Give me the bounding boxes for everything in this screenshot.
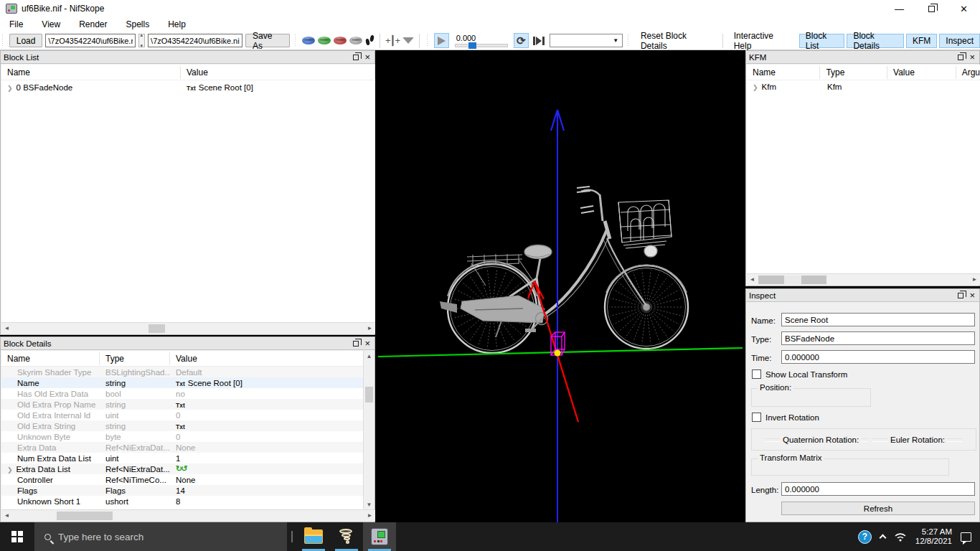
tray-expand-chevron-icon[interactable] [879, 534, 886, 542]
save-as-button[interactable]: Save As [245, 34, 290, 47]
kfm-hscrollbar[interactable]: ◄ ► [747, 273, 980, 285]
taskbar-archive-app[interactable] [330, 522, 363, 551]
walk-mode-icon[interactable] [365, 35, 374, 47]
toggle-inspect[interactable]: Inspect [939, 34, 980, 48]
block-details-title-bar[interactable]: Block Details × [1, 337, 374, 350]
column-header[interactable]: Value [887, 66, 956, 79]
dropdown-arrow-icon[interactable] [402, 37, 414, 44]
table-row[interactable]: Unknown Bytebyte0 [1, 431, 364, 442]
taskbar-file-explorer[interactable] [297, 522, 330, 551]
time-field[interactable] [781, 350, 975, 364]
notification-center-icon[interactable] [961, 532, 971, 542]
table-row[interactable]: ❯Extra Data ListRef<NiExtraDat...↻↺ [1, 463, 364, 474]
play-to-end-button[interactable] [532, 33, 547, 48]
menu-render[interactable]: Render [70, 18, 116, 31]
block-details-vscrollbar[interactable]: ▲ ▼ [363, 351, 374, 510]
menu-view[interactable]: View [32, 18, 70, 31]
invert-rotation-checkbox[interactable]: Invert Rotation [752, 413, 819, 422]
block-list-header[interactable]: Name Value [1, 65, 375, 80]
block-list-title-bar[interactable]: Block List × [1, 51, 374, 64]
float-panel-icon[interactable] [353, 55, 359, 60]
menu-file[interactable]: File [0, 18, 32, 31]
menu-help[interactable]: Help [159, 18, 195, 31]
taskbar-search[interactable]: Type here to search [34, 522, 287, 551]
taskbar-nifskope[interactable] [363, 522, 396, 551]
inspect-title-bar[interactable]: Inspect × [746, 289, 979, 302]
column-header[interactable]: Name [1, 66, 181, 79]
toolbar-grip[interactable] [426, 34, 430, 47]
wifi-icon[interactable] [894, 532, 907, 542]
close-panel-icon[interactable]: × [969, 292, 975, 299]
table-row[interactable]: Extra DataRef<NiExtraDat...None [1, 442, 364, 453]
column-header[interactable]: Value [170, 352, 364, 365]
length-field[interactable] [781, 482, 975, 496]
view-toggle-gray-icon[interactable] [349, 37, 362, 44]
close-panel-icon[interactable]: × [364, 340, 370, 347]
interactive-help-button[interactable]: Interactive Help [728, 34, 796, 48]
table-row[interactable]: ControllerRef<NiTimeCo...None [1, 474, 364, 485]
animation-slider[interactable] [455, 44, 508, 47]
column-header[interactable]: Value [181, 66, 375, 79]
column-header[interactable]: Type [100, 352, 170, 365]
float-panel-icon[interactable] [353, 341, 359, 347]
play-button[interactable] [434, 33, 449, 48]
toggle-kfm[interactable]: KFM [906, 34, 937, 48]
toolbar-grip[interactable] [294, 34, 298, 47]
float-panel-icon[interactable] [958, 293, 963, 298]
table-row[interactable]: ❯0 BSFadeNodeTxtScene Root [0] [1, 80, 375, 95]
dest-path-field[interactable] [148, 34, 242, 47]
table-row[interactable]: Has Old Extra Databoolno [1, 388, 364, 399]
float-panel-icon[interactable] [958, 55, 963, 60]
column-header[interactable]: Type [820, 66, 887, 79]
reset-block-details-button[interactable]: Reset Block Details [635, 34, 717, 48]
show-local-transform-checkbox[interactable]: Show Local Transform [752, 369, 847, 379]
close-button[interactable]: ✕ [948, 0, 980, 17]
path-swap-spinner[interactable] [138, 34, 145, 47]
view-toggle-red-icon[interactable] [334, 37, 347, 44]
table-row[interactable]: Old Extra Prop NamestringTxt [1, 399, 364, 410]
view-toggle-green-icon[interactable] [318, 37, 331, 44]
checkbox-box[interactable] [752, 369, 761, 379]
table-row[interactable]: Skyrim Shader TypeBSLightingShad...Defau… [1, 367, 364, 377]
table-row[interactable]: FlagsFlags14 [1, 485, 364, 496]
toggle-block-list[interactable]: Block List [799, 34, 845, 48]
close-panel-icon[interactable]: × [969, 54, 975, 61]
column-header[interactable]: Name [747, 66, 820, 79]
table-row[interactable]: Old Extra StringstringTxt [1, 420, 364, 431]
expand-arrow-icon[interactable]: ❯ [7, 85, 13, 92]
close-panel-icon[interactable]: × [364, 54, 370, 61]
expand-arrow-icon[interactable]: ❯ [753, 84, 758, 91]
load-button[interactable]: Load [9, 34, 43, 47]
expand-arrow-icon[interactable]: ❯ [7, 466, 13, 474]
render-viewport[interactable] [378, 50, 743, 522]
loop-button[interactable]: ⟳ [514, 33, 529, 48]
restore-button[interactable] [915, 0, 948, 17]
minimize-button[interactable]: — [883, 0, 915, 17]
view-toggle-blue-icon[interactable] [302, 37, 315, 44]
block-list-hscrollbar[interactable]: ◄ ► [1, 322, 375, 334]
animation-select-combo[interactable] [550, 34, 623, 47]
start-button[interactable] [0, 522, 34, 551]
checkbox-box[interactable] [752, 413, 761, 422]
kfm-title-bar[interactable]: KFM × [746, 51, 979, 64]
column-header[interactable]: Argu [956, 66, 980, 79]
table-row[interactable]: Old Extra Internal Iduint0 [1, 410, 364, 420]
get-help-tray-icon[interactable]: ? [858, 530, 872, 544]
menu-spells[interactable]: Spells [117, 18, 159, 31]
toggle-block-details[interactable]: Block Details [847, 34, 904, 48]
column-header[interactable]: Name [1, 352, 100, 365]
clock[interactable]: 5:27 AM 12/8/2021 [915, 527, 952, 546]
block-details-hscrollbar[interactable]: ◄ ► [1, 509, 375, 521]
table-row[interactable]: ❯KfmKfm [747, 80, 980, 93]
type-field[interactable] [781, 331, 975, 345]
toolbar-grip[interactable] [1, 34, 5, 47]
move-tool-icon[interactable]: +┃+ [385, 35, 400, 46]
table-row[interactable]: Unknown Short 1ushort8 [1, 496, 364, 507]
table-row[interactable]: NamestringTxtScene Root [0] [1, 377, 364, 388]
table-row[interactable]: Num Extra Data Listuint1 [1, 453, 364, 463]
kfm-header[interactable]: Name Type Value Argu [747, 65, 980, 80]
source-path-field[interactable] [45, 34, 136, 47]
toolbar-grip[interactable] [627, 34, 631, 47]
name-field[interactable] [781, 313, 975, 326]
refresh-button[interactable]: Refresh [781, 501, 975, 515]
